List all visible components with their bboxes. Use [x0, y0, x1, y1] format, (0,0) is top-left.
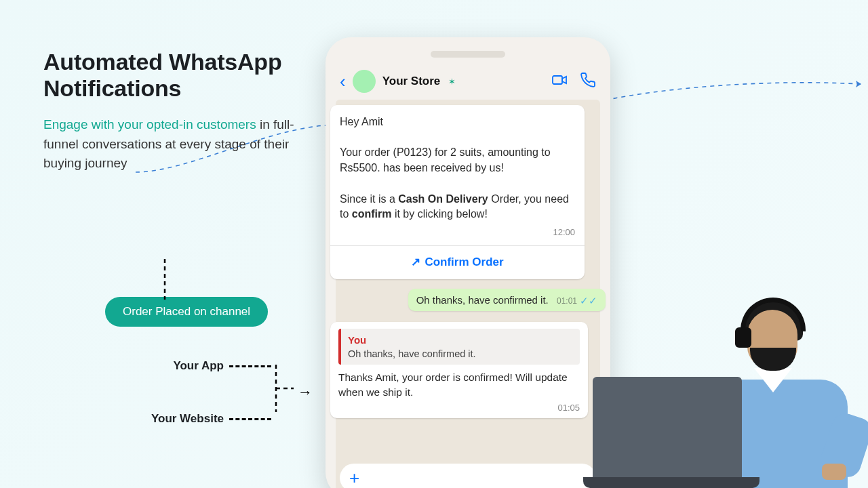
- connector-web: [229, 418, 271, 420]
- msg1-paragraph-1: Your order (P0123) for 2 suits, amountin…: [340, 145, 575, 176]
- order-placed-pill: Order Placed on channel: [105, 297, 268, 327]
- reply-body: Thanks Amit, your order is confirmed! Wi…: [338, 370, 580, 399]
- agent-illustration: [617, 278, 868, 488]
- external-link-icon: ↗: [411, 256, 420, 268]
- connector-app: [229, 365, 271, 367]
- phone-speaker: [431, 51, 505, 58]
- title-line-2: Notifications: [43, 75, 181, 101]
- page-subtitle: Engage with your opted-in customers in f…: [43, 115, 328, 174]
- chat-header: ‹ Your Store ✶: [336, 70, 600, 100]
- channel-diagram: Order Placed on channel → Your App Your …: [105, 297, 329, 426]
- message-input-bar[interactable]: +: [340, 464, 596, 488]
- quote-author: You: [348, 333, 573, 347]
- connector-to-arrow: [276, 385, 300, 392]
- title-line-1: Automated WhatsApp: [43, 49, 282, 75]
- msg1-paragraph-2: Since it is a Cash On Delivery Order, yo…: [340, 192, 575, 222]
- reply-timestamp: 01:05: [338, 402, 580, 414]
- read-receipt-icon: ✓✓: [580, 295, 597, 307]
- channel-app-label: Your App: [105, 359, 224, 373]
- connector-down: [161, 259, 168, 300]
- phone-mockup: ‹ Your Store ✶ Hey Amit Your order (P012…: [326, 37, 610, 488]
- msg-out-text: Oh thanks, have confirmed it.: [416, 294, 549, 306]
- msg-out-timestamp: 01:01: [557, 296, 577, 306]
- chat-title[interactable]: Your Store: [382, 75, 441, 88]
- attach-icon[interactable]: +: [349, 468, 359, 489]
- chat-body: Hey Amit Your order (P0123) for 2 suits,…: [336, 100, 600, 488]
- msg1-greeting: Hey Amit: [340, 115, 575, 130]
- avatar[interactable]: [353, 70, 376, 93]
- channel-web-label: Your Website: [105, 412, 224, 426]
- back-icon[interactable]: ‹: [340, 71, 346, 92]
- hero-text-block: Automated WhatsApp Notifications Engage …: [43, 49, 328, 174]
- page-title: Automated WhatsApp Notifications: [43, 49, 328, 102]
- arrow-right-icon: →: [298, 384, 313, 401]
- video-call-icon[interactable]: [551, 72, 568, 91]
- incoming-message-1: Hey Amit Your order (P0123) for 2 suits,…: [330, 105, 585, 279]
- subtitle-highlight: Engage with your opted-in customers: [43, 117, 256, 131]
- quoted-message: You Oh thanks, have confirmed it.: [338, 329, 580, 365]
- laptop-icon: [583, 376, 760, 488]
- voice-call-icon[interactable]: [580, 72, 596, 91]
- quote-text: Oh thanks, have confirmed it.: [348, 347, 573, 361]
- outgoing-message: Oh thanks, have confirmed it. 01:01 ✓✓: [408, 289, 606, 311]
- msg1-timestamp: 12:00: [340, 226, 575, 239]
- incoming-message-reply: You Oh thanks, have confirmed it. Thanks…: [330, 322, 588, 419]
- verified-badge-icon: ✶: [448, 77, 456, 87]
- svg-rect-3: [553, 76, 562, 84]
- confirm-order-button[interactable]: ↗Confirm Order: [330, 245, 585, 279]
